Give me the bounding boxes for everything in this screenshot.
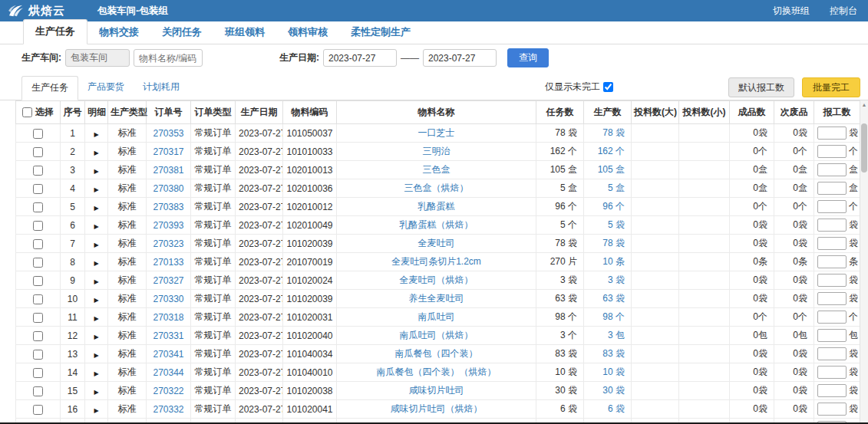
order-no-link[interactable]: 270380	[153, 183, 183, 194]
material-name-link[interactable]: 养生全麦吐司	[409, 293, 464, 304]
expand-row-icon[interactable]: ▶	[94, 168, 98, 175]
expand-row-icon[interactable]: ▶	[94, 352, 98, 359]
row-select-checkbox[interactable]	[33, 294, 43, 304]
row-produced-qty[interactable]: 3 袋	[584, 271, 632, 290]
row-produced-qty[interactable]: 30 袋	[584, 382, 632, 400]
report-qty-input[interactable]	[817, 163, 847, 176]
workshop-filter-input[interactable]	[65, 49, 130, 67]
order-no-link[interactable]: 270331	[153, 330, 183, 341]
expand-row-icon[interactable]: ▶	[94, 186, 98, 193]
row-produced-qty[interactable]: 5 袋	[584, 216, 632, 235]
only-unfinished-checkbox[interactable]	[603, 82, 613, 92]
expand-row-icon[interactable]: ▶	[94, 150, 98, 156]
row-produced-qty[interactable]: 10 条	[584, 253, 632, 271]
material-name-link[interactable]: 三色盒	[423, 164, 451, 175]
switch-team-link[interactable]: 切换班组	[773, 5, 810, 18]
main-tab-0[interactable]: 生产任务	[23, 19, 87, 44]
main-tab-3[interactable]: 班组领料	[213, 21, 276, 44]
expand-row-icon[interactable]: ▶	[94, 297, 98, 304]
batch-finish-button[interactable]: 批量完工	[802, 77, 860, 97]
row-produced-qty[interactable]: 162 个	[584, 143, 632, 161]
row-produced-qty[interactable]: 83 袋	[584, 345, 632, 363]
expand-row-icon[interactable]: ▶	[94, 278, 98, 285]
material-name-link[interactable]: 三明治	[423, 146, 451, 156]
expand-row-icon[interactable]: ▶	[94, 370, 98, 377]
report-qty-input[interactable]	[817, 384, 847, 397]
row-select-checkbox[interactable]	[33, 239, 43, 249]
sub-tab-1[interactable]: 产品要货	[78, 76, 134, 100]
report-qty-input[interactable]	[817, 329, 847, 342]
date-to-input[interactable]	[423, 49, 497, 67]
material-name-link[interactable]: 南瓜餐包（四个装）（烘焙）	[377, 366, 497, 377]
row-select-checkbox[interactable]	[33, 405, 43, 415]
row-select-checkbox[interactable]	[33, 129, 43, 139]
material-name-link[interactable]: 南瓜吐司	[418, 311, 455, 322]
expand-row-icon[interactable]: ▶	[94, 205, 98, 212]
default-report-count-button[interactable]: 默认报工数	[728, 77, 794, 97]
row-produced-qty[interactable]: 5 盒	[584, 179, 632, 198]
main-tab-4[interactable]: 领料审核	[276, 21, 339, 44]
row-produced-qty[interactable]: 6 袋	[584, 400, 632, 419]
sub-tab-0[interactable]: 生产任务	[21, 76, 78, 100]
row-select-checkbox[interactable]	[33, 202, 43, 212]
row-produced-qty[interactable]: 78 袋	[584, 124, 632, 143]
row-select-checkbox[interactable]	[33, 221, 43, 231]
material-name-link[interactable]: 全麦吐司（烘焙）	[400, 274, 474, 285]
expand-row-icon[interactable]: ▶	[94, 260, 98, 267]
row-produced-qty[interactable]: 3 包	[584, 327, 632, 345]
order-no-link[interactable]: 270323	[153, 238, 183, 249]
row-produced-qty[interactable]: 78 袋	[584, 235, 632, 253]
report-qty-input[interactable]	[817, 237, 847, 250]
row-produced-qty[interactable]: 63 袋	[584, 290, 632, 308]
report-qty-input[interactable]	[817, 182, 847, 195]
report-qty-input[interactable]	[817, 145, 847, 158]
report-qty-input[interactable]	[817, 311, 847, 324]
row-select-checkbox[interactable]	[33, 331, 43, 341]
select-all-checkbox[interactable]	[22, 107, 32, 117]
expand-row-icon[interactable]: ▶	[94, 334, 98, 340]
main-tab-2[interactable]: 关闭任务	[150, 21, 213, 44]
order-no-link[interactable]: 270133	[153, 257, 183, 268]
row-produced-qty[interactable]: 105 盒	[584, 161, 632, 179]
row-select-checkbox[interactable]	[33, 313, 43, 323]
material-name-link[interactable]: 一口芝士	[418, 127, 455, 138]
expand-row-icon[interactable]: ▶	[94, 242, 98, 248]
date-from-input[interactable]	[323, 49, 397, 67]
expand-row-icon[interactable]: ▶	[94, 389, 98, 396]
search-button[interactable]: 查询	[507, 48, 549, 67]
vertical-scrollbar[interactable]: ▲	[860, 100, 868, 424]
material-name-link[interactable]: 全麦吐司	[418, 238, 455, 248]
expand-row-icon[interactable]: ▶	[94, 223, 98, 230]
order-no-link[interactable]: 270318	[153, 312, 183, 323]
expand-row-icon[interactable]: ▶	[94, 131, 98, 138]
order-no-link[interactable]: 270353	[153, 128, 183, 139]
main-tab-5[interactable]: 柔性定制生产	[339, 21, 422, 44]
material-name-link[interactable]: 南瓜吐司（烘焙）	[400, 330, 474, 340]
order-no-link[interactable]: 270383	[153, 202, 183, 212]
row-select-checkbox[interactable]	[33, 166, 43, 176]
material-name-link[interactable]: 南瓜餐包（四个装）	[395, 348, 478, 359]
scroll-up-icon[interactable]: ▲	[860, 102, 868, 107]
order-no-link[interactable]: 270327	[153, 275, 183, 286]
material-name-link[interactable]: 乳酪蛋糕（烘焙）	[400, 219, 474, 230]
order-no-link[interactable]: 270330	[153, 294, 183, 304]
sub-tab-2[interactable]: 计划耗用	[134, 76, 189, 100]
expand-row-icon[interactable]: ▶	[94, 407, 98, 414]
report-qty-input[interactable]	[817, 200, 847, 213]
order-no-link[interactable]: 270344	[153, 367, 183, 378]
row-select-checkbox[interactable]	[33, 350, 43, 360]
console-link[interactable]: 控制台	[830, 5, 857, 18]
order-no-link[interactable]: 270381	[153, 165, 183, 176]
report-qty-input[interactable]	[817, 292, 847, 305]
material-name-link[interactable]: 三色盒（烘焙）	[404, 182, 469, 193]
report-qty-input[interactable]	[817, 127, 847, 140]
order-no-link[interactable]: 270322	[153, 386, 183, 396]
scrollbar-thumb[interactable]	[861, 123, 867, 173]
order-no-link[interactable]: 270341	[153, 349, 183, 360]
order-no-link[interactable]: 270332	[153, 404, 183, 415]
material-search-input[interactable]	[134, 49, 203, 67]
row-select-checkbox[interactable]	[33, 368, 43, 378]
report-qty-input[interactable]	[817, 366, 847, 379]
report-qty-input[interactable]	[817, 255, 847, 268]
material-name-link[interactable]: 咸味切片吐司	[409, 385, 464, 396]
